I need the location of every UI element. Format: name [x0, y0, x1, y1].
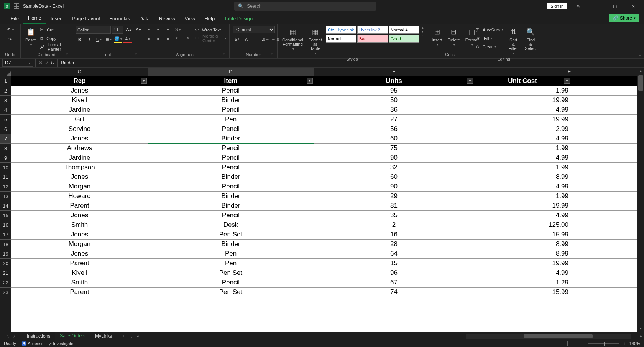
- align-top-button[interactable]: ≡: [145, 26, 153, 34]
- row-header-14[interactable]: 14: [0, 201, 11, 211]
- font-size-input[interactable]: [112, 26, 123, 34]
- close-button[interactable]: ✕: [626, 0, 641, 12]
- cell-rep[interactable]: Parent: [12, 201, 148, 210]
- vertical-scrollbar[interactable]: ▴ ▾: [637, 68, 644, 332]
- fill-button[interactable]: ▼ Fill▾: [476, 34, 503, 42]
- cell-unitcost[interactable]: 1.29: [474, 278, 571, 287]
- collapse-ribbon-button[interactable]: ⌄: [639, 53, 642, 57]
- view-normal-button[interactable]: [550, 341, 557, 346]
- cell-units[interactable]: 15: [314, 259, 474, 268]
- row-header-12[interactable]: 12: [0, 182, 11, 192]
- row-header-11[interactable]: 11: [0, 172, 11, 182]
- hscroll-separator[interactable]: ⋮: [131, 334, 133, 339]
- cell-item[interactable]: Binder: [148, 96, 314, 105]
- horizontal-scrollbar[interactable]: [466, 334, 631, 339]
- style-ctx-hyperlink[interactable]: Ctx_Hyperlink: [326, 26, 356, 34]
- cell-rep[interactable]: Kivell: [12, 96, 148, 105]
- col-header-f[interactable]: F: [474, 68, 571, 76]
- number-launcher[interactable]: ⤢: [270, 51, 273, 57]
- cell-item[interactable]: Pen: [148, 115, 314, 124]
- cell-rep[interactable]: Morgan: [12, 182, 148, 191]
- cell-rep[interactable]: Jones: [12, 86, 148, 95]
- cell-unitcost[interactable]: 4.99: [474, 153, 571, 162]
- row-header-13[interactable]: 13: [0, 192, 11, 201]
- cell-unitcost[interactable]: 19.99: [474, 259, 571, 268]
- merge-center-button[interactable]: ⬚ Merge & Center▾: [195, 34, 226, 42]
- row-header-1[interactable]: 1: [0, 76, 11, 86]
- cell-units[interactable]: 75: [314, 144, 474, 153]
- col-header-c[interactable]: C: [12, 68, 148, 76]
- style-normal[interactable]: Normal: [326, 35, 356, 43]
- cut-button[interactable]: ✂ Cut: [40, 26, 69, 34]
- cell-units[interactable]: 16: [314, 230, 474, 239]
- format-as-table-button[interactable]: ▦ Format asTable ▾: [307, 26, 324, 56]
- zoom-out-button[interactable]: –: [582, 341, 585, 346]
- cell-units[interactable]: 81: [314, 201, 474, 210]
- row-header-21[interactable]: 21: [0, 268, 11, 278]
- font-launcher[interactable]: ⤢: [134, 51, 137, 57]
- cell-units[interactable]: 90: [314, 182, 474, 191]
- header-units[interactable]: Units▾: [314, 76, 474, 86]
- style-good[interactable]: Good: [389, 35, 419, 43]
- cell-unitcost[interactable]: 2.99: [474, 124, 571, 134]
- cell-unitcost[interactable]: 125.00: [474, 220, 571, 230]
- undo-button[interactable]: ↶▾: [7, 26, 14, 34]
- delete-cells-button[interactable]: ⊟Delete▾: [446, 26, 462, 48]
- zoom-level[interactable]: 160%: [629, 341, 640, 346]
- increase-decimal-button[interactable]: .0→: [261, 35, 270, 43]
- cell-item[interactable]: Binder: [148, 201, 314, 210]
- increase-indent-button[interactable]: ⇥: [183, 35, 191, 42]
- sheet-next-button[interactable]: 〉: [13, 333, 18, 339]
- cell-units[interactable]: 60: [314, 172, 474, 182]
- cell-rep[interactable]: Gill: [12, 115, 148, 124]
- cell-units[interactable]: 90: [314, 153, 474, 162]
- filter-unitcost-button[interactable]: ▾: [564, 78, 570, 84]
- scroll-up-button[interactable]: ▴: [637, 68, 644, 74]
- cell-item[interactable]: Pencil: [148, 124, 314, 134]
- italic-button[interactable]: I: [85, 36, 94, 43]
- cell-unitcost[interactable]: 4.99: [474, 211, 571, 220]
- row-header-6[interactable]: 6: [0, 124, 11, 134]
- cancel-formula-button[interactable]: ✕: [39, 60, 43, 66]
- cell-unitcost[interactable]: 15.99: [474, 288, 571, 297]
- scroll-down-button[interactable]: ▾: [637, 326, 644, 332]
- sheet-tab-salesorders[interactable]: SalesOrders: [55, 332, 90, 340]
- tab-table-design[interactable]: Table Design: [219, 13, 257, 24]
- cell-item[interactable]: Desk: [148, 220, 314, 230]
- row-header-23[interactable]: 23: [0, 288, 11, 297]
- cell-unitcost[interactable]: 1.99: [474, 86, 571, 95]
- cell-units[interactable]: 74: [314, 288, 474, 297]
- fx-icon[interactable]: fx: [51, 60, 54, 66]
- cell-rep[interactable]: Jones: [12, 134, 148, 143]
- cell-rep[interactable]: Jones: [12, 172, 148, 182]
- sheet-tab-instructions[interactable]: Instructions: [22, 332, 55, 340]
- cell-unitcost[interactable]: 1.99: [474, 192, 571, 201]
- insert-cells-button[interactable]: ⊞Insert▾: [430, 26, 444, 48]
- col-header-d[interactable]: D: [148, 68, 314, 76]
- enter-formula-button[interactable]: ✓: [45, 60, 49, 66]
- cell-rep[interactable]: Jones: [12, 249, 148, 258]
- cell-units[interactable]: 56: [314, 124, 474, 134]
- cell-rep[interactable]: Smith: [12, 220, 148, 230]
- zoom-in-button[interactable]: +: [623, 341, 625, 346]
- minimize-button[interactable]: —: [589, 0, 604, 12]
- row-header-9[interactable]: 9: [0, 153, 11, 163]
- tab-review[interactable]: Review: [154, 13, 180, 24]
- cell-unitcost[interactable]: 8.99: [474, 172, 571, 182]
- row-header-16[interactable]: 16: [0, 220, 11, 230]
- borders-button[interactable]: ▦▾: [104, 36, 113, 43]
- cell-rep[interactable]: Parent: [12, 259, 148, 268]
- cell-unitcost[interactable]: 8.99: [474, 249, 571, 258]
- filter-item-button[interactable]: ▾: [307, 78, 313, 84]
- expand-formula-bar-button[interactable]: ⌄: [638, 61, 641, 65]
- row-header-8[interactable]: 8: [0, 144, 11, 153]
- cell-rep[interactable]: Thompson: [12, 163, 148, 172]
- cell-unitcost[interactable]: 4.99: [474, 134, 571, 143]
- copy-button[interactable]: ⧉ Copy▾: [40, 34, 69, 42]
- cell-rep[interactable]: Sorvino: [12, 124, 148, 134]
- cell-units[interactable]: 64: [314, 249, 474, 258]
- formula-input[interactable]: Binder: [58, 60, 77, 66]
- cell-rep[interactable]: Kivell: [12, 268, 148, 278]
- cell-item[interactable]: Pen: [148, 249, 314, 258]
- filter-rep-button[interactable]: ▾: [141, 78, 147, 84]
